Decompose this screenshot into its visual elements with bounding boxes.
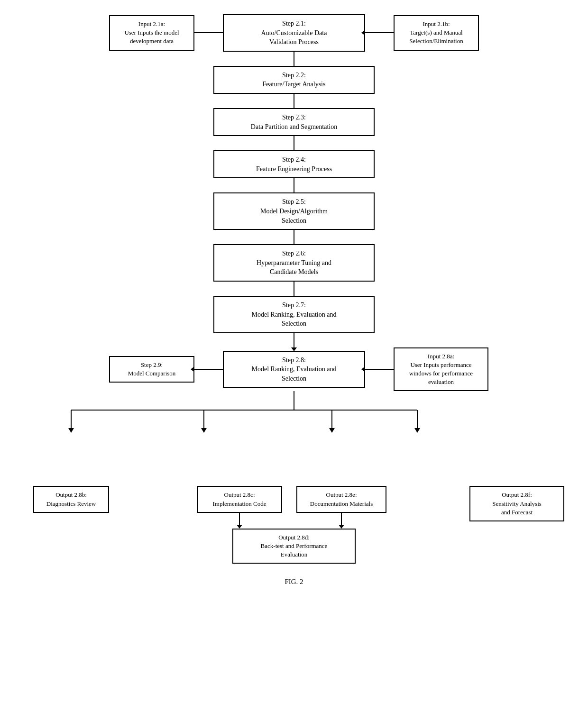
step-2-1-line1: Step 2.1: [230,19,358,28]
step-2-4-box: Step 2.4: Feature Engineering Process [213,150,375,178]
output-2-8b-line1: Output 2.8b: [40,491,102,499]
step-2-5-line1: Step 2.5: [220,197,368,207]
input-2-1a-box: Input 2.1a: User Inputs the model develo… [109,15,194,51]
output-2-8f-line1: Output 2.8f: [476,491,558,499]
output-2-8f-col: Output 2.8f: Sensitivity Analysis and Fo… [469,486,564,521]
outputs-section: Output 2.8b: Diagnostics Review Output 2… [19,391,569,564]
step-2-7-line1: Step 2.7: [220,301,368,310]
step-2-6-line3: Candidate Models [220,267,368,277]
output-2-8c-line2: Implementation Code [203,500,276,508]
arrow-2-3-to-2-4 [294,136,294,150]
diagram-container: Input 2.1a: User Inputs the model develo… [0,0,588,605]
input-2-1b-line2: Target(s) and Manual [400,28,472,37]
output-2-8d-row: Output 2.8d: Back-test and Performance E… [19,529,569,564]
svg-marker-9 [414,428,420,433]
step-2-6-line2: Hyperparameter Tuning and [220,258,368,268]
step-2-1-line2: Auto/Customizable Data [230,28,358,38]
row-step-2-1: Input 2.1a: User Inputs the model develo… [19,14,569,52]
step-2-8-line2: Model Ranking, Evaluation and [230,365,358,374]
output-2-8e-line1: Output 2.8e: [303,491,380,499]
step-2-8-line3: Selection [230,374,358,383]
step-2-6-box: Step 2.6: Hyperparameter Tuning and Cand… [213,244,375,282]
step-2-1-box: Step 2.1: Auto/Customizable Data Validat… [223,14,365,52]
input-2-8a-line3: windows for performance [400,369,482,378]
step-2-4-line1: Step 2.4: [220,155,368,164]
output-2-8f-line2: Sensitivity Analysis [476,500,558,508]
output-2-8d-line1: Output 2.8d: [239,533,349,542]
input-2-8a-line4: evaluation [400,378,482,386]
output-2-8d-box: Output 2.8d: Back-test and Performance E… [232,529,356,564]
step-2-4-line2: Feature Engineering Process [220,164,368,174]
output-2-8b-box: Output 2.8b: Diagnostics Review [33,486,109,512]
svg-marker-3 [68,428,74,433]
input-2-1a-line1: Input 2.1a: [116,20,188,28]
svg-marker-5 [201,428,207,433]
arrow-2-7-to-2-8 [294,333,294,347]
step-2-2-line1: Step 2.2: [220,71,368,80]
arrow-2-5-to-2-6 [294,230,294,244]
input-2-1a-line2: User Inputs the model [116,28,188,37]
input-2-1b-box: Input 2.1b: Target(s) and Manual Selecti… [394,15,479,51]
arrow-2-6-to-2-7 [294,282,294,296]
output-2-8e-line2: Documentation Materials [303,500,380,508]
step-2-7-box: Step 2.7: Model Ranking, Evaluation and … [213,296,375,333]
step-2-8-line1: Step 2.8: [230,356,358,365]
svg-marker-7 [329,428,335,433]
arrow-2-4-to-2-5 [294,178,294,192]
step-2-5-line3: Selection [220,216,368,226]
step-2-2-line2: Feature/Target Analysis [220,80,368,89]
step-2-3-line1: Step 2.3: [220,113,368,122]
output-2-8c-col: Output 2.8c: Implementation Code [197,486,282,524]
figure-caption: FIG. 2 [285,578,303,586]
step-2-7-line2: Model Ranking, Evaluation and [220,310,368,320]
branch-svg [19,391,569,486]
input-2-1a-line3: development data [116,37,188,46]
flow-wrapper: Input 2.1a: User Inputs the model develo… [19,14,569,586]
input-2-8a-line2: User Inputs performance [400,361,482,369]
output-2-8c-box: Output 2.8c: Implementation Code [197,486,282,512]
output-2-8d-line3: Evaluation [239,550,349,559]
step-2-9-line1: Step 2.9: [116,361,188,369]
output-2-8e-col: Output 2.8e: Documentation Materials [296,486,386,524]
output-2-8f-box: Output 2.8f: Sensitivity Analysis and Fo… [469,486,564,521]
step-2-3-box: Step 2.3: Data Partition and Segmentatio… [213,108,375,136]
outputs-row: Output 2.8b: Diagnostics Review Output 2… [19,486,569,524]
arrow-2-2-to-2-3 [294,94,294,108]
step-2-5-box: Step 2.5: Model Design/Algorithm Selecti… [213,192,375,230]
input-2-8a-line1: Input 2.8a: [400,352,482,361]
step-2-9-line2: Model Comparison [116,369,188,378]
step-2-6-line1: Step 2.6: [220,249,368,258]
output-2-8d-line2: Back-test and Performance [239,542,349,550]
step-2-2-box: Step 2.2: Feature/Target Analysis [213,66,375,94]
step-2-1-line3: Validation Process [230,37,358,47]
step-2-3-line2: Data Partition and Segmentation [220,122,368,132]
step-2-5-line2: Model Design/Algorithm [220,207,368,216]
output-2-8f-line3: and Forecast [476,508,558,517]
input-2-8a-box: Input 2.8a: User Inputs performance wind… [394,347,488,392]
row-step-2-8: Step 2.9: Model Comparison Step 2.8: Mod… [19,347,569,392]
step-2-7-line3: Selection [220,319,368,329]
input-2-1b-line3: Selection/Elimination [400,37,472,46]
arrow-2-1-to-2-2 [294,52,294,66]
output-2-8e-box: Output 2.8e: Documentation Materials [296,486,386,512]
output-2-8b-col: Output 2.8b: Diagnostics Review [28,486,114,512]
output-2-8c-line1: Output 2.8c: [203,491,276,499]
output-2-8b-line2: Diagnostics Review [40,500,102,508]
step-2-8-box: Step 2.8: Model Ranking, Evaluation and … [223,351,365,388]
input-2-1b-line1: Input 2.1b: [400,20,472,28]
step-2-9-box: Step 2.9: Model Comparison [109,356,194,383]
